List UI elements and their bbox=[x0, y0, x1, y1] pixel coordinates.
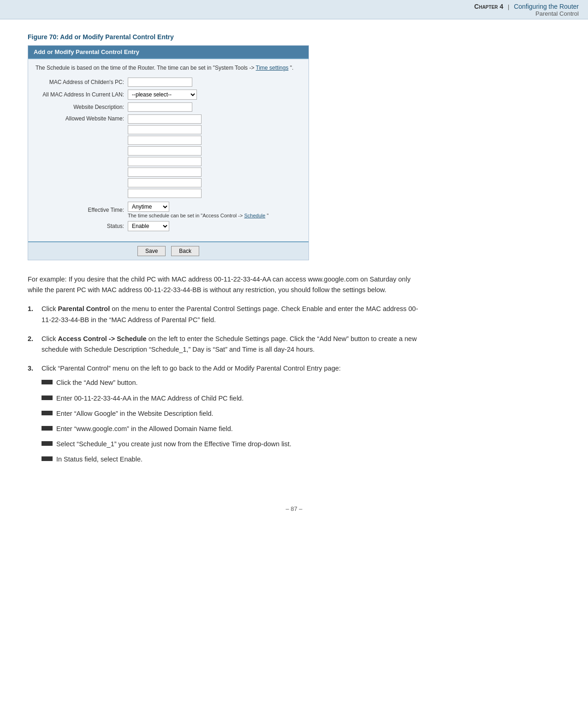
allowed-website-label: Allowed Website Name: bbox=[36, 114, 128, 122]
effective-time-label: Effective Time: bbox=[36, 207, 128, 213]
step-1-content: Click Parental Control on the menu to en… bbox=[42, 304, 424, 325]
allowed-website-fields bbox=[128, 114, 202, 198]
bullet-icon-4 bbox=[42, 426, 53, 431]
allowed-website-input-2[interactable] bbox=[128, 125, 202, 134]
bullet-item-1: Click the “Add New” button. bbox=[42, 377, 424, 388]
step-1-bold: Parental Control bbox=[58, 305, 110, 312]
status-row: Status: Enable bbox=[36, 221, 301, 231]
time-settings-link[interactable]: Time settings bbox=[256, 65, 289, 71]
allowed-website-input-3[interactable] bbox=[128, 136, 202, 145]
header-separator: | bbox=[508, 3, 509, 10]
allowed-website-input-6[interactable] bbox=[128, 168, 202, 177]
dialog-box: Add or Modify Parental Control Entry The… bbox=[28, 45, 309, 260]
all-mac-row: All MAC Address In Current LAN: --please… bbox=[36, 90, 301, 100]
mac-address-row: MAC Address of Childen's PC: bbox=[36, 78, 301, 87]
bullet-icon-2 bbox=[42, 395, 53, 400]
dialog-info-text: The Schedule is based on the time of the… bbox=[36, 65, 301, 71]
dialog-footer: Save Back bbox=[28, 241, 309, 260]
step-2: 2. Click Access Control -> Schedule on t… bbox=[28, 334, 424, 355]
step-2-bold: Access Control -> Schedule bbox=[58, 335, 146, 342]
bullet-list: Click the “Add New” button. Enter 00-11-… bbox=[42, 377, 424, 465]
bullet-item-4: Enter “www.google.com” in the Allowed Do… bbox=[42, 424, 424, 434]
bullet-item-2: Enter 00-11-22-33-44-AA in the MAC Addre… bbox=[42, 393, 424, 404]
dialog-body: The Schedule is based on the time of the… bbox=[28, 58, 309, 241]
step-2-number: 2. bbox=[28, 334, 42, 355]
step-1: 1. Click Parental Control on the menu to… bbox=[28, 304, 424, 325]
step-2-content: Click Access Control -> Schedule on the … bbox=[42, 334, 424, 355]
allowed-website-input-7[interactable] bbox=[128, 178, 202, 187]
website-desc-row: Website Description: bbox=[36, 102, 301, 112]
mac-label: MAC Address of Childen's PC: bbox=[36, 79, 128, 85]
page-number: – 87 – bbox=[285, 505, 302, 512]
bullet-icon-6 bbox=[42, 456, 53, 461]
dialog-header: Add or Modify Parental Control Entry bbox=[28, 46, 309, 58]
allowed-website-input-4[interactable] bbox=[128, 146, 202, 156]
figure-title: Figure 70: Add or Modify Parental Contro… bbox=[28, 33, 560, 41]
allowed-website-row: Allowed Website Name: bbox=[36, 114, 301, 198]
header-title: Configuring the Router bbox=[514, 3, 579, 10]
all-mac-select[interactable]: --please select-- bbox=[128, 90, 197, 100]
chapter-label: Chapter 4 bbox=[474, 3, 505, 10]
content-area: Figure 70: Add or Modify Parental Contro… bbox=[0, 19, 588, 496]
status-label: Status: bbox=[36, 223, 128, 229]
bullet-icon-5 bbox=[42, 441, 53, 446]
bullet-item-3: Enter “Allow Google” in the Website Desc… bbox=[42, 408, 424, 419]
step-1-number: 1. bbox=[28, 304, 42, 325]
bullet-item-5: Select “Schedule_1” you create just now … bbox=[42, 439, 424, 449]
status-select[interactable]: Enable bbox=[128, 221, 169, 231]
allowed-website-input-8[interactable] bbox=[128, 189, 202, 198]
page-header: Chapter 4 | Configuring the Router Paren… bbox=[0, 0, 588, 19]
page-footer: – 87 – bbox=[0, 496, 588, 517]
intro-paragraph: For example: If you desire that the chil… bbox=[28, 274, 424, 295]
website-desc-input[interactable] bbox=[128, 102, 192, 112]
all-mac-label: All MAC Address In Current LAN: bbox=[36, 91, 128, 98]
mac-address-input[interactable] bbox=[128, 78, 192, 87]
step-3-content: Click “Parental Control” menu on the lef… bbox=[42, 363, 424, 469]
bullet-item-6: In Status field, select Enable. bbox=[42, 454, 424, 465]
step-3: 3. Click “Parental Control” menu on the … bbox=[28, 363, 424, 469]
header-subtitle: Parental Control bbox=[535, 10, 579, 17]
effective-time-select[interactable]: Anytime bbox=[128, 202, 169, 212]
allowed-website-input-5[interactable] bbox=[128, 157, 202, 166]
step-3-number: 3. bbox=[28, 363, 42, 469]
bullet-icon-3 bbox=[42, 411, 53, 415]
website-desc-label: Website Description: bbox=[36, 104, 128, 110]
steps-list: 1. Click Parental Control on the menu to… bbox=[28, 304, 424, 469]
save-button[interactable]: Save bbox=[137, 246, 166, 256]
back-button[interactable]: Back bbox=[171, 246, 199, 256]
effective-time-row: Effective Time: Anytime The time schedul… bbox=[36, 202, 301, 218]
allowed-website-input-1[interactable] bbox=[128, 114, 202, 124]
schedule-link[interactable]: Schedule bbox=[244, 213, 265, 218]
bullet-icon-1 bbox=[42, 380, 53, 384]
schedule-note: The time schedule can be set in "Access … bbox=[128, 213, 268, 218]
